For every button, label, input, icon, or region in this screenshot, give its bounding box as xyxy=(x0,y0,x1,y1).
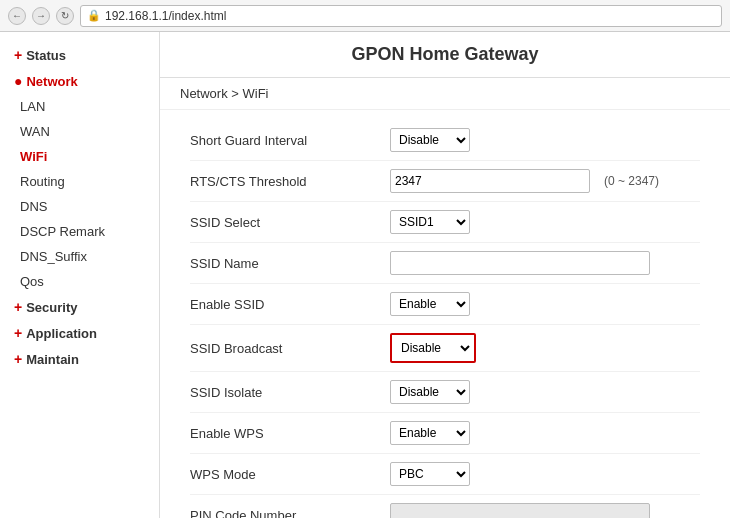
row-ssid-name: SSID Name xyxy=(190,243,700,284)
row-ssid-isolate: SSID Isolate Disable Enable xyxy=(190,372,700,413)
sidebar-label-lan: LAN xyxy=(20,99,45,114)
label-wps-mode: WPS Mode xyxy=(190,467,390,482)
sidebar-item-lan[interactable]: LAN xyxy=(0,94,159,119)
control-enable-ssid: Enable Disable xyxy=(390,292,470,316)
label-enable-ssid: Enable SSID xyxy=(190,297,390,312)
sidebar-item-wan[interactable]: WAN xyxy=(0,119,159,144)
sidebar-item-qos[interactable]: Qos xyxy=(0,269,159,294)
back-button[interactable]: ← xyxy=(8,7,26,25)
select-short-guard-interval[interactable]: Disable Enable xyxy=(390,128,470,152)
control-ssid-broadcast: Disable Enable xyxy=(390,333,476,363)
row-ssid-select: SSID Select SSID1 SSID2 SSID3 SSID4 xyxy=(190,202,700,243)
reload-button[interactable]: ↻ xyxy=(56,7,74,25)
sidebar-label-dns: DNS xyxy=(20,199,47,214)
label-ssid-broadcast: SSID Broadcast xyxy=(190,341,390,356)
row-enable-ssid: Enable SSID Enable Disable xyxy=(190,284,700,325)
label-ssid-name: SSID Name xyxy=(190,256,390,271)
plus-icon-security: + xyxy=(14,299,22,315)
sidebar-item-dns[interactable]: DNS xyxy=(0,194,159,219)
url-text: 192.168.1.1/index.html xyxy=(105,9,226,23)
row-ssid-broadcast: SSID Broadcast Disable Enable xyxy=(190,325,700,372)
sidebar-item-security[interactable]: + Security xyxy=(0,294,159,320)
label-ssid-select: SSID Select xyxy=(190,215,390,230)
plus-icon-maintain: + xyxy=(14,351,22,367)
control-short-guard-interval: Disable Enable xyxy=(390,128,470,152)
sidebar-item-network[interactable]: ● Network xyxy=(0,68,159,94)
select-ssid-broadcast[interactable]: Disable Enable xyxy=(393,336,473,360)
sidebar-label-application: Application xyxy=(26,326,97,341)
label-ssid-isolate: SSID Isolate xyxy=(190,385,390,400)
sidebar-label-qos: Qos xyxy=(20,274,44,289)
sidebar-item-dns-suffix[interactable]: DNS_Suffix xyxy=(0,244,159,269)
sidebar-label-dns-suffix: DNS_Suffix xyxy=(20,249,87,264)
breadcrumb: Network > WiFi xyxy=(160,78,730,110)
label-pin-code-number: PIN Code Number xyxy=(190,508,390,519)
input-pin-code-number xyxy=(390,503,650,518)
page-header: GPON Home Gateway xyxy=(160,32,730,78)
control-ssid-select: SSID1 SSID2 SSID3 SSID4 xyxy=(390,210,470,234)
select-enable-ssid[interactable]: Enable Disable xyxy=(390,292,470,316)
control-enable-wps: Enable Disable xyxy=(390,421,470,445)
sidebar-item-dscp-remark[interactable]: DSCP Remark xyxy=(0,219,159,244)
row-rts-cts-threshold: RTS/CTS Threshold (0 ~ 2347) xyxy=(190,161,700,202)
sidebar-label-dscp-remark: DSCP Remark xyxy=(20,224,105,239)
sidebar: + Status ● Network LAN WAN WiFi Routing … xyxy=(0,32,160,518)
row-short-guard-interval: Short Guard Interval Disable Enable xyxy=(190,120,700,161)
lock-icon: 🔒 xyxy=(87,9,101,22)
sidebar-item-wifi[interactable]: WiFi xyxy=(0,144,159,169)
label-rts-cts-threshold: RTS/CTS Threshold xyxy=(190,174,390,189)
forward-button[interactable]: → xyxy=(32,7,50,25)
select-ssid-select[interactable]: SSID1 SSID2 SSID3 SSID4 xyxy=(390,210,470,234)
sidebar-label-network: Network xyxy=(26,74,77,89)
sidebar-label-wan: WAN xyxy=(20,124,50,139)
browser-chrome: ← → ↻ 🔒 192.168.1.1/index.html xyxy=(0,0,730,32)
rts-cts-hint: (0 ~ 2347) xyxy=(604,174,659,188)
page-layout: + Status ● Network LAN WAN WiFi Routing … xyxy=(0,32,730,518)
address-bar[interactable]: 🔒 192.168.1.1/index.html xyxy=(80,5,722,27)
label-enable-wps: Enable WPS xyxy=(190,426,390,441)
label-short-guard-interval: Short Guard Interval xyxy=(190,133,390,148)
content-area: GPON Home Gateway Network > WiFi Short G… xyxy=(160,32,730,518)
plus-icon-application: + xyxy=(14,325,22,341)
page-title: GPON Home Gateway xyxy=(351,44,538,65)
select-enable-wps[interactable]: Enable Disable xyxy=(390,421,470,445)
row-pin-code-number: PIN Code Number xyxy=(190,495,700,518)
sidebar-label-status: Status xyxy=(26,48,66,63)
input-ssid-name[interactable] xyxy=(390,251,650,275)
dot-icon-network: ● xyxy=(14,73,22,89)
control-wps-mode: PBC PIN xyxy=(390,462,470,486)
ssid-broadcast-highlight: Disable Enable xyxy=(390,333,476,363)
sidebar-label-security: Security xyxy=(26,300,77,315)
form-area: Short Guard Interval Disable Enable RTS/… xyxy=(160,110,730,518)
select-wps-mode[interactable]: PBC PIN xyxy=(390,462,470,486)
control-rts-cts-threshold: (0 ~ 2347) xyxy=(390,169,659,193)
input-rts-cts-threshold[interactable] xyxy=(390,169,590,193)
sidebar-label-wifi: WiFi xyxy=(20,149,47,164)
sidebar-item-routing[interactable]: Routing xyxy=(0,169,159,194)
plus-icon-status: + xyxy=(14,47,22,63)
select-ssid-isolate[interactable]: Disable Enable xyxy=(390,380,470,404)
sidebar-label-maintain: Maintain xyxy=(26,352,79,367)
control-ssid-isolate: Disable Enable xyxy=(390,380,470,404)
row-wps-mode: WPS Mode PBC PIN xyxy=(190,454,700,495)
control-pin-code-number xyxy=(390,503,650,518)
sidebar-item-maintain[interactable]: + Maintain xyxy=(0,346,159,372)
sidebar-item-application[interactable]: + Application xyxy=(0,320,159,346)
sidebar-item-status[interactable]: + Status xyxy=(0,42,159,68)
row-enable-wps: Enable WPS Enable Disable xyxy=(190,413,700,454)
control-ssid-name xyxy=(390,251,650,275)
sidebar-label-routing: Routing xyxy=(20,174,65,189)
